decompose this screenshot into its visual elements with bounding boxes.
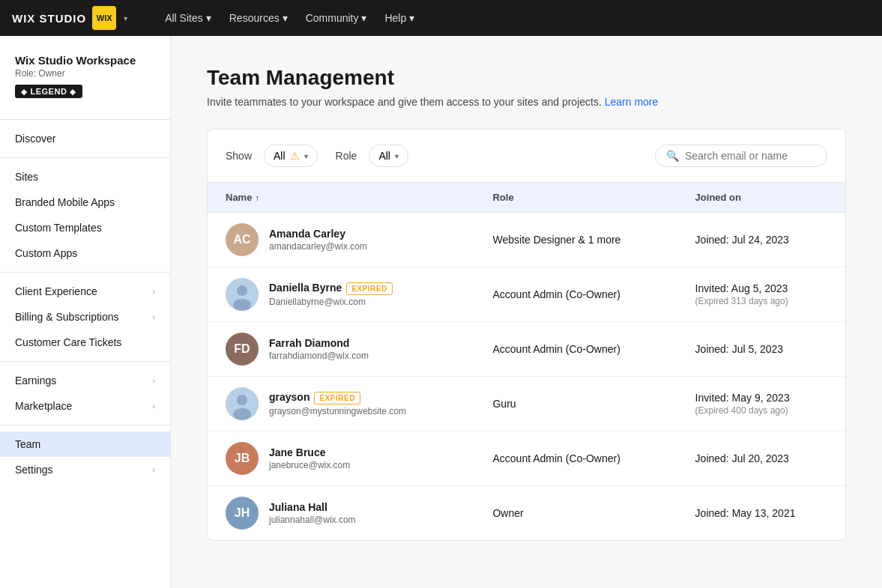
member-role: Account Admin (Co-Owner) bbox=[474, 322, 677, 377]
workspace-name: Wix Studio Workspace bbox=[15, 54, 155, 67]
col-joined: Joined on bbox=[677, 183, 845, 213]
avatar: AC bbox=[226, 223, 259, 256]
sidebar-item-marketplace[interactable]: Marketplace › bbox=[0, 393, 170, 419]
avatar: JH bbox=[226, 497, 259, 530]
sidebar-item-billing-subscriptions[interactable]: Billing & Subscriptions › bbox=[0, 304, 170, 330]
member-email: grayson@mystunningwebsite.com bbox=[269, 406, 406, 416]
table-row: JH Juliana Hall juliannahall@wix.com Own… bbox=[208, 486, 845, 541]
table-row: graysonEXPIRED grayson@mystunningwebsite… bbox=[208, 377, 845, 431]
member-role: Guru bbox=[474, 377, 677, 431]
search-icon: 🔍 bbox=[666, 150, 679, 162]
show-label: Show bbox=[226, 150, 252, 162]
diamond-icon-right: ◆ bbox=[70, 88, 76, 96]
sidebar-item-team[interactable]: Team bbox=[0, 431, 170, 457]
learn-more-link[interactable]: Learn more bbox=[605, 96, 659, 108]
member-cell-farrah: FD Farrah Diamond farrahdiamond@wix.com bbox=[208, 322, 474, 377]
community-menu[interactable]: Community ▾ bbox=[298, 7, 375, 28]
member-joined: Joined: Jul 24, 2023 bbox=[677, 213, 845, 267]
sidebar-item-customer-care-tickets[interactable]: Customer Care Tickets bbox=[0, 330, 170, 355]
member-cell-grayson: graysonEXPIRED grayson@mystunningwebsite… bbox=[208, 377, 474, 431]
help-menu[interactable]: Help ▾ bbox=[377, 7, 422, 28]
member-email: amandacarley@wix.com bbox=[269, 241, 367, 252]
member-role: Account Admin (Co-Owner) bbox=[474, 431, 677, 486]
search-box[interactable]: 🔍 bbox=[655, 145, 827, 167]
svg-point-1 bbox=[237, 285, 247, 296]
member-role: Account Admin (Co-Owner) bbox=[474, 267, 677, 322]
wix-icon-box: WIX bbox=[92, 6, 116, 30]
sidebar-item-client-experience[interactable]: Client Experience › bbox=[0, 279, 170, 304]
table-row: AC Amanda Carley amandacarley@wix.com We… bbox=[208, 213, 845, 267]
sidebar-item-custom-templates[interactable]: Custom Templates bbox=[0, 215, 170, 240]
role-label: Role bbox=[336, 150, 357, 162]
diamond-icon-left: ◆ bbox=[21, 88, 28, 96]
page-title: Team Management bbox=[207, 66, 846, 90]
wix-studio-logo-text: WIX STUDIO bbox=[12, 12, 86, 25]
topnav-items: All Sites ▾ Resources ▾ Community ▾ Help… bbox=[157, 7, 422, 28]
member-cell-jane: JB Jane Bruce janebruce@wix.com bbox=[208, 431, 474, 486]
svg-point-4 bbox=[237, 395, 247, 405]
svg-point-2 bbox=[233, 299, 251, 311]
search-input[interactable] bbox=[685, 150, 816, 162]
member-email: janebruce@wix.com bbox=[269, 460, 350, 470]
member-role: Owner bbox=[474, 486, 677, 541]
member-joined: Joined: Jul 20, 2023 bbox=[677, 431, 845, 486]
member-cell-amanda: AC Amanda Carley amandacarley@wix.com bbox=[208, 213, 474, 267]
resources-chevron-icon: ▾ bbox=[283, 12, 288, 24]
sidebar-item-custom-apps[interactable]: Custom Apps bbox=[0, 240, 170, 266]
all-sites-chevron-icon: ▾ bbox=[206, 12, 211, 24]
member-email: farrahdiamond@wix.com bbox=[269, 351, 369, 361]
sidebar: Wix Studio Workspace Role: Owner ◆ LEGEN… bbox=[0, 36, 171, 588]
expired-badge: EXPIRED bbox=[314, 392, 360, 404]
role-filter-dropdown[interactable]: All ▾ bbox=[369, 145, 408, 167]
member-joined: Joined: Jul 5, 2023 bbox=[677, 322, 845, 377]
legend-badge: ◆ LEGEND ◆ bbox=[15, 85, 82, 98]
sidebar-item-branded-mobile-apps[interactable]: Branded Mobile Apps bbox=[0, 190, 170, 215]
sidebar-item-sites[interactable]: Sites bbox=[0, 164, 170, 190]
member-name: Daniella ByrneEXPIRED bbox=[269, 282, 393, 295]
sort-icon: ↑ bbox=[255, 193, 259, 202]
member-name: Juliana Hall bbox=[269, 501, 356, 513]
avatar: FD bbox=[226, 333, 259, 366]
table-row: Daniella ByrneEXPIRED Daniellabyrne@wix.… bbox=[208, 267, 845, 322]
col-name: Name ↑ bbox=[208, 183, 474, 213]
table-row: FD Farrah Diamond farrahdiamond@wix.com … bbox=[208, 322, 845, 377]
joined-sub: (Expired 400 days ago) bbox=[695, 405, 827, 416]
main-content: Team Management Invite teammates to your… bbox=[171, 36, 882, 588]
member-email: Daniellabyrne@wix.com bbox=[269, 297, 393, 307]
avatar: JB bbox=[226, 442, 259, 475]
help-chevron-icon: ▾ bbox=[409, 12, 414, 24]
sidebar-item-discover[interactable]: Discover bbox=[0, 126, 170, 151]
avatar bbox=[226, 387, 259, 420]
sidebar-divider-1 bbox=[0, 119, 170, 120]
member-joined: Invited: May 9, 2023 (Expired 400 days a… bbox=[677, 377, 845, 431]
member-cell-juliana: JH Juliana Hall juliannahall@wix.com bbox=[208, 486, 474, 541]
warning-icon: ⚠ bbox=[290, 150, 300, 162]
member-cell-daniella: Daniella ByrneEXPIRED Daniellabyrne@wix.… bbox=[208, 267, 474, 322]
member-name: Jane Bruce bbox=[269, 446, 350, 458]
team-card: Show All ⚠ ▾ Role All ▾ 🔍 bbox=[207, 129, 846, 541]
sidebar-item-settings[interactable]: Settings › bbox=[0, 457, 170, 482]
sidebar-divider-4 bbox=[0, 361, 170, 362]
community-chevron-icon: ▾ bbox=[361, 12, 366, 24]
settings-chevron-icon: › bbox=[152, 465, 155, 474]
show-filter-value: All bbox=[274, 150, 286, 162]
member-role: Website Designer & 1 more bbox=[474, 213, 677, 267]
all-sites-menu[interactable]: All Sites ▾ bbox=[157, 7, 219, 28]
avatar bbox=[226, 278, 259, 311]
table-row: JB Jane Bruce janebruce@wix.com Account … bbox=[208, 431, 845, 486]
sidebar-divider-5 bbox=[0, 425, 170, 425]
client-experience-chevron-icon: › bbox=[152, 287, 155, 296]
col-role: Role bbox=[474, 183, 677, 213]
sidebar-item-earnings[interactable]: Earnings › bbox=[0, 368, 170, 393]
logo[interactable]: WIX STUDIO WIX ▾ bbox=[12, 6, 127, 30]
workspace-role: Role: Owner bbox=[15, 68, 155, 79]
top-navigation: WIX STUDIO WIX ▾ All Sites ▾ Resources ▾… bbox=[0, 0, 882, 36]
expired-badge: EXPIRED bbox=[346, 282, 392, 295]
member-name: Farrah Diamond bbox=[269, 337, 369, 349]
member-joined: Joined: May 13, 2021 bbox=[677, 486, 845, 541]
show-filter-dropdown[interactable]: All ⚠ ▾ bbox=[264, 145, 318, 167]
page-subtitle: Invite teammates to your workspace and g… bbox=[207, 96, 846, 108]
sidebar-divider-3 bbox=[0, 272, 170, 273]
logo-chevron-icon: ▾ bbox=[124, 14, 127, 22]
resources-menu[interactable]: Resources ▾ bbox=[222, 7, 295, 28]
